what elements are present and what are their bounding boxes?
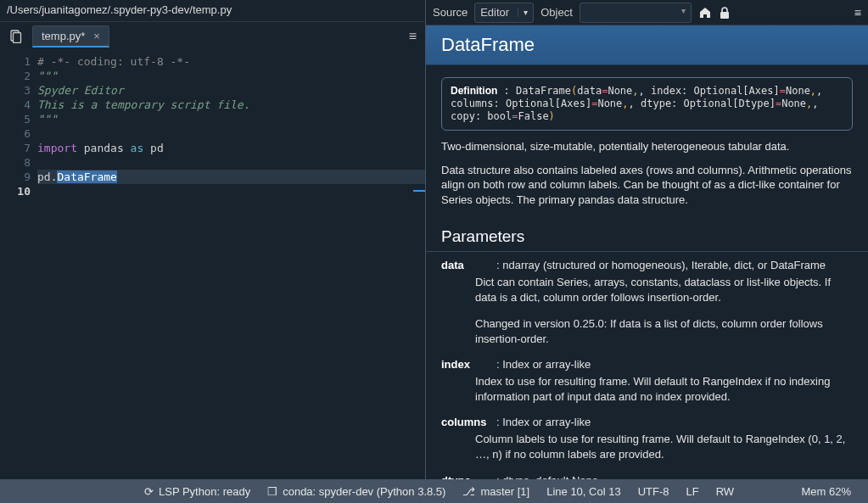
- object-input[interactable]: ▾: [580, 3, 692, 23]
- line-marker-icon: [413, 190, 425, 192]
- help-content[interactable]: DataFrame Definition : DataFrame(data=No…: [426, 25, 868, 479]
- object-label: Object: [540, 6, 573, 19]
- param-index: index: Index or array-like: [441, 358, 853, 371]
- line-gutter: 12345678910: [0, 51, 37, 479]
- definition-box: Definition : DataFrame(data=None,, index…: [441, 77, 853, 131]
- tab-close-icon[interactable]: ×: [93, 30, 100, 42]
- cube-icon: ❒: [267, 485, 277, 498]
- param-columns: columns : Index or array-like: [441, 416, 853, 428]
- status-encoding[interactable]: UTF-8: [630, 485, 678, 498]
- code-area[interactable]: # -*- coding: utf-8 -*- """ Spyder Edito…: [37, 51, 425, 479]
- chevron-down-icon: ▾: [518, 8, 528, 17]
- definition-label: Definition: [451, 85, 497, 97]
- code-text: pd.: [37, 170, 57, 183]
- status-cursor-pos[interactable]: Line 10, Col 13: [538, 485, 629, 498]
- tab-label: temp.py*: [42, 30, 85, 42]
- code-selection: DataFrame: [57, 170, 116, 183]
- code-text: Spyder Editor: [37, 84, 124, 97]
- tab-temp-py[interactable]: temp.py* ×: [32, 25, 109, 48]
- status-rw[interactable]: RW: [708, 485, 742, 498]
- status-text: conda: spyder-dev (Python 3.8.5): [283, 485, 445, 498]
- code-text: # -*- coding: utf-8 -*-: [37, 55, 190, 68]
- help-menu-icon[interactable]: ≡: [854, 6, 861, 20]
- tab-bar: temp.py* × ≡: [0, 22, 425, 51]
- status-mem[interactable]: Mem 62%: [792, 485, 860, 498]
- sync-icon: ⟳: [144, 485, 154, 498]
- status-lsp[interactable]: ⟳ LSP Python: ready: [136, 485, 259, 498]
- help-long-desc: Data structure also contains labeled axe…: [441, 163, 853, 208]
- param-desc: Dict can contain Series, arrays, constan…: [475, 275, 853, 305]
- code-text: [37, 126, 425, 141]
- help-pane: Source Editor ▾ Object ▾ ≡ DataFrame Def…: [426, 0, 868, 479]
- source-label: Source: [433, 6, 468, 19]
- help-summary: Two-dimensional, size-mutable, potential…: [441, 139, 853, 154]
- status-eol[interactable]: LF: [678, 485, 708, 498]
- param-desc: Column labels to use for resulting frame…: [475, 432, 853, 461]
- code-text: import: [37, 142, 77, 154]
- code-text: pd: [143, 142, 163, 154]
- file-path: /Users/juanitagomez/.spyder-py3-dev/temp…: [0, 0, 425, 22]
- code-text: """: [37, 113, 57, 126]
- code-text: """: [37, 70, 57, 82]
- home-icon[interactable]: [698, 6, 712, 20]
- help-title: DataFrame: [426, 25, 868, 65]
- parameters-list: data: ndarray (structured or homogeneous…: [426, 259, 868, 479]
- code-text: as: [131, 142, 144, 154]
- parameters-heading: Parameters: [426, 224, 868, 252]
- code-text: pandas: [77, 142, 131, 154]
- help-toolbar: Source Editor ▾ Object ▾ ≡: [426, 0, 868, 25]
- param-desc: Index to use for resulting frame. Will d…: [475, 374, 853, 404]
- chevron-down-icon[interactable]: ▾: [676, 3, 691, 18]
- editor-menu-icon[interactable]: ≡: [409, 29, 417, 44]
- branch-icon: ⎇: [462, 485, 475, 498]
- code-text: [37, 155, 425, 170]
- param-data: data: ndarray (structured or homogeneous…: [441, 259, 853, 271]
- status-bar: ⟳ LSP Python: ready ❒ conda: spyder-dev …: [0, 479, 868, 503]
- lock-icon[interactable]: [719, 6, 731, 20]
- status-text: LSP Python: ready: [159, 485, 250, 498]
- code-text: This is a temporary script file.: [37, 98, 249, 111]
- source-value: Editor: [480, 6, 509, 19]
- editor-pane: /Users/juanitagomez/.spyder-py3-dev/temp…: [0, 0, 426, 479]
- code-editor[interactable]: 12345678910 # -*- coding: utf-8 -*- """ …: [0, 51, 425, 479]
- status-conda[interactable]: ❒ conda: spyder-dev (Python 3.8.5): [259, 485, 454, 498]
- status-text: master [1]: [480, 485, 529, 498]
- svg-rect-2: [720, 12, 729, 19]
- help-description: Two-dimensional, size-mutable, potential…: [426, 139, 868, 224]
- status-git[interactable]: ⎇ master [1]: [454, 485, 538, 498]
- files-icon[interactable]: [5, 25, 27, 48]
- source-dropdown[interactable]: Editor ▾: [474, 3, 534, 23]
- param-desc: Changed in version 0.25.0: If data is a …: [475, 316, 853, 346]
- svg-rect-1: [14, 33, 21, 43]
